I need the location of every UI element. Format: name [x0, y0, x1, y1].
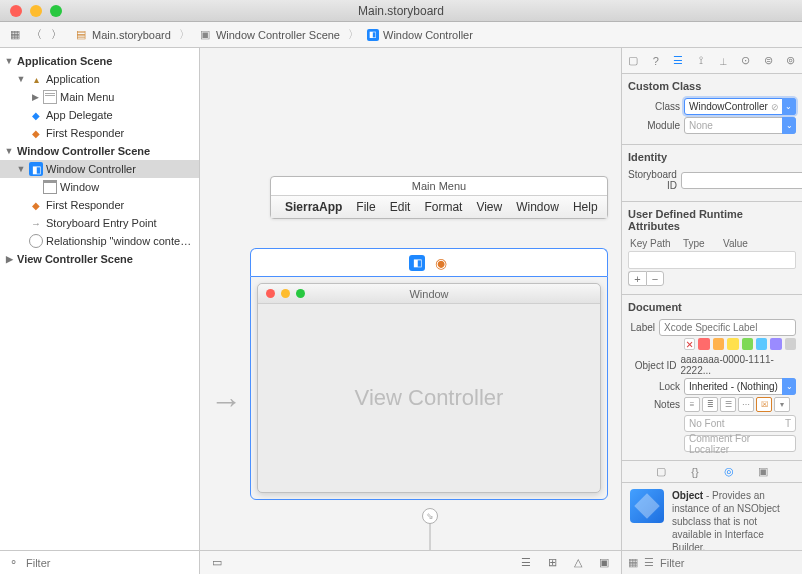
lock-value: Inherited - (Nothing) — [689, 381, 778, 392]
window-object[interactable]: Window View Controller — [257, 283, 601, 493]
grid-view-icon[interactable]: ▦ — [628, 556, 638, 569]
clear-icon[interactable]: ⊘ — [771, 102, 779, 112]
related-items-icon[interactable]: ▦ — [8, 28, 22, 41]
label-color-well[interactable] — [742, 338, 753, 350]
module-value: None — [689, 120, 713, 131]
bindings-inspector-tab[interactable]: ⊜ — [758, 51, 778, 71]
localizer-comment-input[interactable]: Comment For Localizer — [684, 435, 796, 452]
library-filter-input[interactable] — [660, 557, 798, 569]
outline-item[interactable]: ◆First Responder — [0, 196, 199, 214]
menu-item[interactable]: Window — [516, 200, 559, 214]
col-value: Value — [723, 238, 796, 249]
object-library-tab[interactable]: ◎ — [721, 465, 737, 478]
scene-header[interactable]: ▼Window Controller Scene — [0, 142, 199, 160]
menu-item[interactable]: View — [476, 200, 502, 214]
entry-point-arrow-icon[interactable]: → — [210, 383, 242, 420]
pin-menu-button[interactable]: ⊞ — [543, 555, 561, 571]
label-color-well[interactable] — [756, 338, 767, 350]
label-color-well[interactable] — [785, 338, 796, 350]
main-menu-scene[interactable]: Main Menu SierraAppFileEditFormatViewWin… — [270, 176, 608, 219]
breadcrumb-scene[interactable]: ▣ Window Controller Scene — [198, 28, 340, 42]
remove-attribute-button[interactable]: − — [646, 271, 664, 286]
stepper-icon[interactable]: ⌄ — [782, 378, 796, 395]
list-view-icon[interactable]: ☰ — [644, 556, 654, 569]
storyboard-id-input[interactable] — [681, 172, 802, 189]
code-snippet-tab[interactable]: {} — [687, 466, 703, 478]
label-color-well[interactable] — [770, 338, 781, 350]
outline-item[interactable]: ▼◧Window Controller — [0, 160, 199, 178]
doc-label-input[interactable] — [659, 319, 796, 336]
scene-header[interactable]: ▼Application Scene — [0, 52, 199, 70]
runtime-attributes-list[interactable] — [628, 251, 796, 269]
file-inspector-tab[interactable]: ▢ — [623, 51, 643, 71]
breadcrumb-file[interactable]: ▤ Main.storyboard — [74, 28, 171, 42]
main-menu-title: Main Menu — [271, 177, 607, 196]
class-value: WindowController — [689, 101, 768, 112]
back-button[interactable]: 〈 — [28, 27, 44, 43]
label-color-well[interactable] — [713, 338, 724, 350]
media-library-tab[interactable]: ▣ — [755, 465, 771, 478]
class-combobox[interactable]: WindowController ⊘ ⌄ — [684, 98, 796, 115]
library-item[interactable]: Object - Provides an instance of an NSOb… — [622, 483, 802, 550]
breadcrumb-object[interactable]: ◧ Window Controller — [367, 29, 473, 41]
align-right-icon[interactable]: ☰ — [720, 397, 736, 412]
outline-item[interactable]: ◆First Responder — [0, 124, 199, 142]
menu-item[interactable]: Help — [573, 200, 598, 214]
lock-label: Lock — [628, 381, 680, 392]
resolve-issues-button[interactable]: △ — [569, 555, 587, 571]
scene-dock: ◧ ◉ — [250, 248, 608, 276]
embed-in-button[interactable]: ▣ — [595, 555, 613, 571]
stepper-icon[interactable]: ⌄ — [782, 98, 796, 115]
inspector-panel: ▢ ? ☰ ⟟ ⟂ ⊙ ⊜ ⊚ Custom Class Class Windo… — [622, 48, 802, 574]
add-attribute-button[interactable]: + — [628, 271, 646, 286]
scene-header[interactable]: ▶View Controller Scene — [0, 250, 199, 268]
menu-item[interactable]: SierraApp — [285, 200, 342, 214]
menu-item[interactable]: File — [356, 200, 375, 214]
file-template-tab[interactable]: ▢ — [653, 465, 669, 478]
history-nav: 〈 〉 — [28, 27, 64, 43]
breadcrumb-scene-label: Window Controller Scene — [216, 29, 340, 41]
menu-bar: SierraAppFileEditFormatViewWindowHelp — [271, 196, 607, 218]
outline-filter-input[interactable] — [26, 557, 193, 569]
breadcrumb-object-label: Window Controller — [383, 29, 473, 41]
outline-item[interactable]: →Storyboard Entry Point — [0, 214, 199, 232]
font-panel-icon[interactable]: T — [785, 418, 791, 429]
identity-inspector-tab[interactable]: ☰ — [668, 51, 688, 71]
more-icon[interactable]: ▾ — [774, 397, 790, 412]
library-footer: ▦ ☰ — [622, 550, 802, 574]
lock-combobox[interactable]: Inherited - (Nothing) ⌄ — [684, 378, 796, 395]
label-color-none[interactable] — [684, 338, 695, 350]
toggle-outline-button[interactable]: ▭ — [208, 555, 226, 571]
menu-item[interactable]: Format — [424, 200, 462, 214]
jump-bar: ▦ 〈 〉 ▤ Main.storyboard 〉 ▣ Window Contr… — [0, 22, 802, 48]
label-color-well[interactable] — [698, 338, 709, 350]
attributes-inspector-tab[interactable]: ⟟ — [691, 51, 711, 71]
size-inspector-tab[interactable]: ⟂ — [713, 51, 733, 71]
outline-item[interactable]: Window — [0, 178, 199, 196]
outline-item[interactable]: ◆App Delegate — [0, 106, 199, 124]
stepper-icon[interactable]: ⌄ — [782, 117, 796, 134]
window-controller-scene[interactable]: ◧ ◉ Window View Controller — [250, 248, 608, 500]
connections-inspector-tab[interactable]: ⊙ — [736, 51, 756, 71]
module-combobox[interactable]: None ⌄ — [684, 117, 796, 134]
align-center-icon[interactable]: ≣ — [702, 397, 718, 412]
align-menu-button[interactable]: ☰ — [517, 555, 535, 571]
quick-help-tab[interactable]: ? — [646, 51, 666, 71]
forward-button[interactable]: 〉 — [48, 27, 64, 43]
font-picker[interactable]: No Font T — [684, 415, 796, 432]
effects-inspector-tab[interactable]: ⊚ — [781, 51, 801, 71]
window-object-title: Window — [258, 288, 600, 300]
storyboard-canvas[interactable]: Main Menu SierraAppFileEditFormatViewWin… — [200, 48, 622, 574]
notes-label: Notes — [628, 399, 680, 410]
outline-item[interactable]: ▶Main Menu — [0, 88, 199, 106]
class-label: Class — [628, 101, 680, 112]
outline-item[interactable]: ▼▴Application — [0, 70, 199, 88]
label-color-well[interactable] — [727, 338, 738, 350]
first-responder-dock-icon[interactable]: ◉ — [433, 255, 449, 271]
outline-item[interactable]: Relationship "window content" to "... — [0, 232, 199, 250]
menu-item[interactable]: Edit — [390, 200, 411, 214]
align-justify-icon[interactable]: ⋯ — [738, 397, 754, 412]
window-controller-dock-icon[interactable]: ◧ — [409, 255, 425, 271]
align-left-icon[interactable]: ≡ — [684, 397, 700, 412]
clear-notes-icon[interactable]: ☒ — [756, 397, 772, 412]
